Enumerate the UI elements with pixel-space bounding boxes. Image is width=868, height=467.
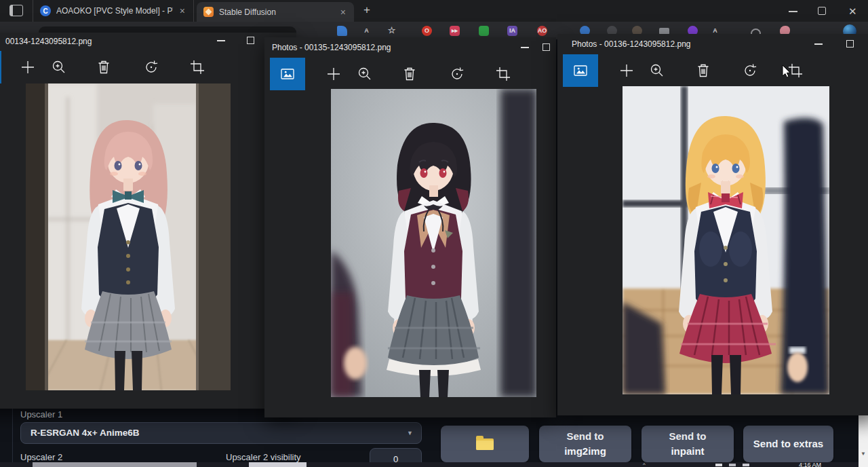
mouse-cursor: [781, 64, 793, 77]
window-title: 00134-1243095812.png: [5, 37, 92, 46]
clock: 4:16 AM: [799, 462, 821, 467]
rotate-icon[interactable]: [741, 62, 759, 79]
minimize-button[interactable]: [814, 43, 823, 45]
extension-icon[interactable]: O: [422, 26, 432, 36]
add-icon[interactable]: [325, 65, 342, 83]
taskbar[interactable]: ^ 4:16 AM: [0, 462, 859, 467]
add-icon[interactable]: [19, 58, 37, 76]
photo-image-00134[interactable]: [26, 83, 231, 390]
minimize-button[interactable]: [789, 11, 797, 12]
see-all-photos-button[interactable]: [0, 51, 1, 83]
send-to-inpaint-button[interactable]: Send to inpaint: [642, 426, 734, 462]
upscaler1-value: R-ESRGAN 4x+ Anime6B: [31, 428, 139, 438]
see-all-photos-button[interactable]: [270, 58, 305, 90]
zoom-in-icon[interactable]: [648, 62, 666, 79]
upscaler1-select[interactable]: R-ESRGAN 4x+ Anime6B ▼: [20, 422, 422, 444]
tab-title: AOAOKO [PVC Style Model] - PV: [56, 6, 173, 16]
photo-image-00135[interactable]: [331, 89, 536, 397]
photos-gallery-icon: [572, 62, 589, 79]
delete-icon[interactable]: [95, 58, 113, 76]
close-icon[interactable]: ×: [178, 6, 186, 16]
browser-tab-aoaoko[interactable]: C AOAOKO [PVC Style Model] - PV ×: [33, 0, 194, 22]
extension-icon[interactable]: ▸▸: [450, 26, 460, 36]
scroll-down-icon[interactable]: ▼: [861, 451, 866, 457]
panel-divider: [12, 406, 13, 463]
photos-window-3[interactable]: Photos - 00136-1243095812.png: [557, 34, 868, 415]
zoom-in-icon[interactable]: [356, 65, 374, 83]
upscaler1-label: Upscaler 1: [20, 409, 62, 419]
folder-icon: [476, 438, 494, 450]
maximize-button[interactable]: [542, 43, 550, 51]
maximize-button[interactable]: [247, 37, 254, 44]
taskbar-segment: [33, 462, 197, 467]
browser-tab-bar: C AOAOKO [PVC Style Model] - PV × Stable…: [0, 0, 868, 22]
close-icon[interactable]: ×: [339, 7, 347, 17]
tray-chevron-icon[interactable]: ^: [643, 462, 646, 467]
see-all-photos-button[interactable]: [563, 54, 598, 87]
tray-icon[interactable]: [743, 464, 749, 466]
crop-icon[interactable]: [494, 65, 512, 83]
screen: Upscaler 1 R-ESRGAN 4x+ Anime6B ▼ Upscal…: [0, 0, 868, 467]
close-button[interactable]: ✕: [848, 5, 857, 18]
photos-window-2[interactable]: Photos - 00135-1243095812.png: [264, 37, 556, 417]
send-to-img2img-button[interactable]: Send to img2img: [539, 426, 631, 462]
minimize-button[interactable]: [217, 40, 225, 41]
page-scrollbar[interactable]: ▼: [859, 415, 868, 467]
photos-gallery-icon: [279, 66, 296, 82]
tray-icon[interactable]: [715, 464, 722, 466]
browser-tab-stable-diffusion[interactable]: Stable Diffusion ×: [197, 2, 354, 22]
window-title: Photos - 00136-1243095812.png: [572, 39, 690, 49]
upscaler2-label: Upscaler 2: [20, 452, 62, 462]
photos-window-1[interactable]: 00134-1243095812.png: [0, 33, 296, 409]
rotate-icon[interactable]: [142, 58, 160, 76]
tray-icon[interactable]: [729, 464, 736, 466]
extension-icon[interactable]: AO: [537, 26, 547, 36]
send-to-extras-button[interactable]: Send to extras: [743, 426, 833, 462]
delete-icon[interactable]: [694, 62, 712, 79]
favorites-star-icon[interactable]: ☆: [387, 26, 397, 36]
window-title: Photos - 00135-1243095812.png: [272, 43, 391, 52]
tab-title: Stable Diffusion: [219, 7, 334, 17]
add-icon[interactable]: [618, 62, 635, 79]
upscaler2-visibility-label: Upscaler 2 visibility: [226, 452, 301, 462]
delete-icon[interactable]: [401, 65, 418, 83]
extension-icon[interactable]: A: [361, 26, 372, 36]
extension-icon[interactable]: [479, 26, 489, 36]
photo-image-00136[interactable]: [623, 86, 829, 394]
minimize-button[interactable]: [521, 47, 529, 48]
zoom-in-icon[interactable]: [50, 58, 68, 76]
civitai-favicon-icon: C: [40, 5, 51, 16]
new-tab-button[interactable]: +: [363, 3, 370, 17]
vertical-tabs-icon[interactable]: [9, 5, 23, 16]
chevron-down-icon: ▼: [407, 423, 413, 443]
open-folder-button[interactable]: [441, 426, 529, 462]
extension-icon[interactable]: [337, 26, 347, 36]
restore-button[interactable]: [818, 7, 826, 15]
extension-icon[interactable]: IA: [507, 26, 517, 36]
taskbar-segment: [249, 462, 307, 467]
maximize-button[interactable]: [846, 40, 854, 48]
rotate-icon[interactable]: [448, 65, 466, 83]
sd-favicon-icon: [203, 7, 214, 17]
crop-icon[interactable]: [189, 58, 206, 76]
